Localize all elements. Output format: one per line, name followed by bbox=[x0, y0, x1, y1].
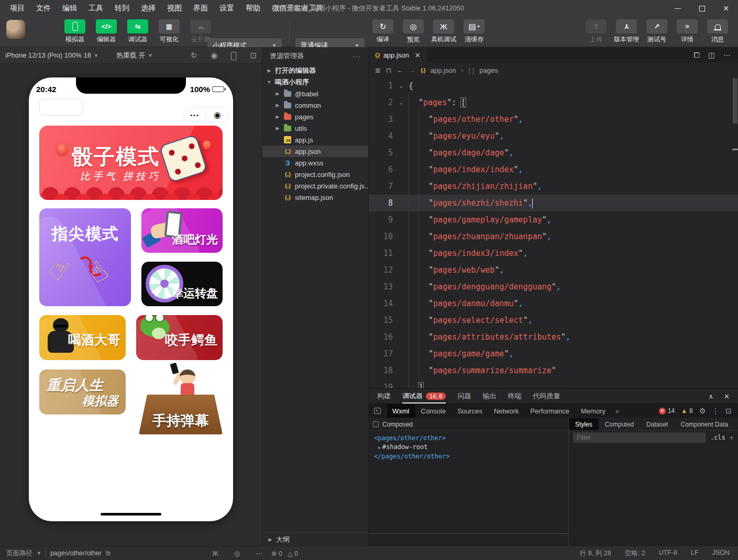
code-line-9[interactable]: 9"pages/gameplay/gameplay", bbox=[369, 211, 738, 228]
wxml-shadow-root[interactable]: ▶#shadow-root bbox=[374, 443, 563, 452]
gear-icon[interactable]: ⚙ bbox=[699, 407, 706, 415]
menu-item-帮助[interactable]: 帮助 bbox=[241, 3, 265, 14]
toolbar-预览[interactable]: ◎预览 bbox=[400, 19, 426, 44]
hot-reload-toggle[interactable]: 热重载 开▼ bbox=[111, 47, 158, 63]
file-item-sitemap.json[interactable]: {..}sitemap.json bbox=[262, 192, 368, 203]
menu-item-编辑[interactable]: 编辑 bbox=[58, 3, 82, 14]
panel-tab-终端[interactable]: 终端 bbox=[508, 389, 521, 404]
menu-item-选择[interactable]: 选择 bbox=[136, 3, 160, 14]
code-line-14[interactable]: 14"pages/danmu/danmu", bbox=[369, 295, 738, 312]
close-panel-icon[interactable]: ✕ bbox=[724, 393, 730, 400]
code-line-17[interactable]: 17"pages/game/game", bbox=[369, 345, 738, 362]
toolbar-详情[interactable]: ≡详情 bbox=[674, 19, 700, 44]
add-style-icon[interactable]: + bbox=[730, 433, 734, 442]
project-section[interactable]: ▼喝酒小程序 bbox=[262, 76, 368, 88]
forward-icon[interactable]: → bbox=[409, 66, 415, 74]
menu-item-设置[interactable]: 设置 bbox=[215, 3, 239, 14]
file-item-app.js[interactable]: JSapp.js bbox=[262, 134, 368, 145]
code-line-16[interactable]: 16"pages/attributes/attributes", bbox=[369, 329, 738, 345]
back-icon[interactable]: ← bbox=[396, 66, 403, 74]
code-line-4[interactable]: 4"pages/eyu/eyu", bbox=[369, 128, 738, 144]
multi-window-icon[interactable]: ⊡ bbox=[250, 51, 257, 60]
code-line-13[interactable]: 13"pages/dengguang/dengguang", bbox=[369, 278, 738, 295]
code-line-2[interactable]: 2⌄"pages": [ bbox=[369, 94, 738, 111]
open-editors-section[interactable]: ▶打开的编辑器 bbox=[262, 65, 368, 76]
close-tab-icon[interactable]: ✕ bbox=[415, 51, 421, 59]
menu-item-工具[interactable]: 工具 bbox=[84, 3, 108, 14]
language-mode[interactable]: JSON bbox=[712, 549, 730, 558]
tile-biting-crocodile[interactable]: 咬手鳄鱼 bbox=[136, 315, 223, 360]
fold-chevron-icon[interactable]: ⌄ bbox=[396, 77, 406, 94]
collapse-panel-icon[interactable]: ∧ bbox=[709, 393, 714, 400]
restart-icon[interactable]: ↻ bbox=[191, 51, 197, 60]
panel-tab-问题[interactable]: 问题 bbox=[457, 389, 471, 404]
menu-item-界面[interactable]: 界面 bbox=[189, 3, 213, 14]
toolbar-可视化[interactable]: ▦可视化 bbox=[156, 19, 182, 44]
warning-count-icon[interactable]: ▲ bbox=[681, 407, 687, 415]
tile-handheld-danmaku[interactable]: 手持弹幕 bbox=[139, 366, 223, 434]
toolbar-消息[interactable]: 消息 bbox=[704, 19, 731, 44]
code-line-6[interactable]: 6"pages/index/index", bbox=[369, 161, 738, 178]
rotate-device-icon[interactable] bbox=[231, 52, 236, 60]
eol-setting[interactable]: LF bbox=[691, 549, 699, 558]
file-item-utils[interactable]: ▶utils bbox=[262, 122, 368, 134]
tile-bar-light[interactable]: 酒吧灯光 bbox=[141, 208, 223, 253]
more-actions-icon[interactable]: ⋯ bbox=[723, 51, 731, 59]
styles-tab-Computed[interactable]: Computed bbox=[599, 418, 640, 430]
dice-mode-banner[interactable]: 骰子模式 比手气 拼技巧 bbox=[39, 126, 223, 200]
capsule-exit-icon[interactable]: ◉ bbox=[206, 110, 228, 120]
outline-section[interactable]: ▶ 大纲 bbox=[262, 532, 368, 546]
tile-lucky-wheel[interactable]: 幸运转盘 bbox=[141, 262, 223, 306]
menu-item-转到[interactable]: 转到 bbox=[110, 3, 134, 14]
styles-tab-Dataset[interactable]: Dataset bbox=[640, 418, 674, 430]
open-preview-icon[interactable]: ⧠ bbox=[694, 51, 700, 60]
cursor-position[interactable]: 行 8, 列 28 bbox=[580, 549, 611, 558]
more-actions-icon[interactable]: ··· bbox=[353, 52, 361, 60]
file-item-app.wxss[interactable]: Ǝapp.wxss bbox=[262, 157, 368, 169]
scrollbar-thumb[interactable] bbox=[733, 79, 737, 124]
code-editor[interactable]: 1⌄{2⌄"pages": [3"pages/other/other",4"pa… bbox=[369, 77, 738, 388]
device-select[interactable]: iPhone 12/13 (Pro) 100% 16▼ bbox=[0, 47, 104, 63]
bookmark-icon[interactable]: ⊓ bbox=[386, 66, 391, 74]
menu-item-文件[interactable]: 文件 bbox=[31, 3, 56, 14]
file-item-project.config.json[interactable]: {..}project.config.json bbox=[262, 169, 368, 180]
styles-filter-input[interactable] bbox=[573, 432, 706, 443]
code-line-11[interactable]: 11"pages/index3/index", bbox=[369, 245, 738, 262]
devtools-tab-Console[interactable]: Console bbox=[415, 404, 452, 418]
copy-path-icon[interactable]: ⧉ bbox=[106, 550, 111, 557]
outline-list-icon[interactable]: ≣ bbox=[375, 66, 381, 74]
file-item-pages[interactable]: ▶pages bbox=[262, 111, 368, 122]
wxml-close-tag[interactable]: </pages/other/other> bbox=[374, 452, 563, 461]
overflow-tabs-icon[interactable]: » bbox=[611, 407, 623, 415]
inspect-element-icon[interactable]: ↖ bbox=[369, 408, 387, 414]
user-avatar[interactable] bbox=[6, 20, 25, 39]
menu-item-视图[interactable]: 视图 bbox=[162, 3, 186, 14]
toolbar-测试号[interactable]: ↗测试号 bbox=[644, 19, 670, 44]
code-line-15[interactable]: 15"pages/select/select", bbox=[369, 312, 738, 329]
code-line-10[interactable]: 10"pages/zhuanpan/zhuanpan", bbox=[369, 228, 738, 245]
code-line-1[interactable]: 1⌄{ bbox=[369, 77, 738, 94]
toolbar-清缓存[interactable]: ▤▾清缓存 bbox=[461, 19, 487, 44]
encoding-setting[interactable]: UTF-8 bbox=[659, 549, 677, 558]
menu-item-项目[interactable]: 项目 bbox=[5, 3, 29, 14]
composed-checkbox[interactable] bbox=[373, 421, 379, 427]
toolbar-调试器[interactable]: ⇆调试器 bbox=[125, 19, 151, 44]
devtools-tab-Performance[interactable]: Performance bbox=[525, 404, 575, 418]
tab-app-json[interactable]: {.} app.json ✕ bbox=[369, 47, 427, 63]
wxml-open-tag[interactable]: <pages/other/other> bbox=[374, 434, 563, 443]
breadcrumb-node[interactable]: pages bbox=[479, 66, 498, 74]
devtools-tab-Wxml[interactable]: Wxml bbox=[387, 404, 415, 418]
panel-tab-输出[interactable]: 输出 bbox=[482, 389, 496, 404]
capsule-menu-icon[interactable]: ••• bbox=[184, 112, 206, 118]
fold-chevron-icon[interactable]: ⌄ bbox=[396, 94, 406, 111]
problem-counts[interactable]: ⊗ 0 △ 0 bbox=[271, 550, 298, 557]
code-line-7[interactable]: 7"pages/zhijian/zhijian", bbox=[369, 178, 738, 195]
maximize-button[interactable] bbox=[690, 0, 714, 17]
toolbar-编译[interactable]: ↻编译 bbox=[370, 19, 396, 44]
bug-icon[interactable]: Ж bbox=[212, 550, 218, 557]
eye-icon[interactable]: ◎ bbox=[234, 550, 240, 557]
toolbar-版本管理[interactable]: Y版本管理 bbox=[613, 19, 640, 44]
devtools-tab-Network[interactable]: Network bbox=[488, 404, 525, 418]
page-path-label[interactable]: 页面路径 bbox=[6, 549, 32, 558]
file-item-@babel[interactable]: ▶@babel bbox=[262, 88, 368, 99]
